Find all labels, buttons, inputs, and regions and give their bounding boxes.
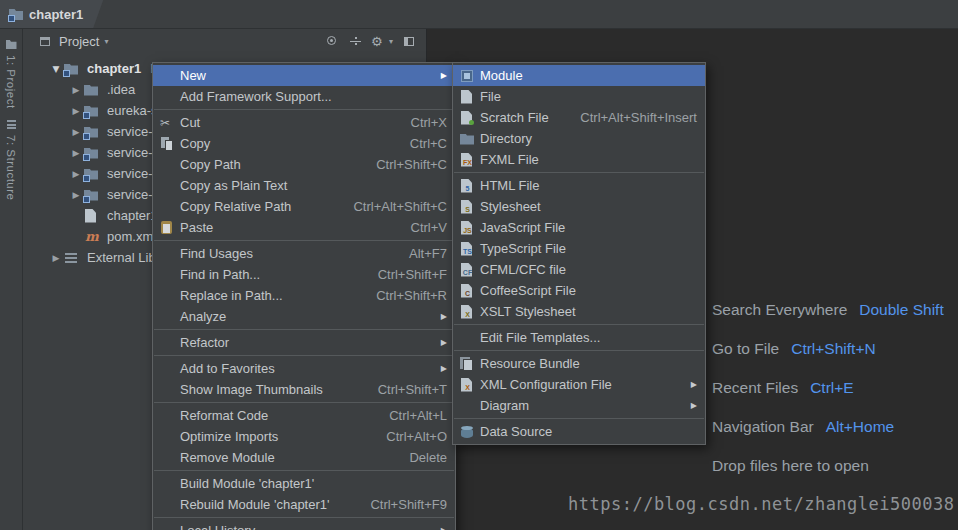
new-submenu: ModuleFileScratch FileCtrl+Alt+Shift+Ins… [452, 62, 706, 445]
menu-item-label: Copy Relative Path [180, 199, 337, 214]
menu-item-label: Show Image Thumbnails [180, 382, 362, 397]
blank-icon [459, 330, 475, 346]
menu-item-label: Rebuild Module 'chapter1' [180, 497, 354, 512]
menu-item-label: New [180, 68, 436, 83]
expand-arrow-icon[interactable]: ▶ [69, 106, 83, 116]
tree-item-label: chapter1 [87, 61, 141, 76]
expand-arrow-icon[interactable]: ▶ [69, 148, 83, 158]
menu-item-optimize-imports[interactable]: Optimize ImportsCtrl+Alt+O [153, 426, 455, 447]
blank-icon [159, 68, 175, 84]
menu-separator [154, 517, 454, 518]
menu-item-label: HTML File [480, 178, 697, 193]
menu-item-paste[interactable]: PasteCtrl+V [153, 217, 455, 238]
expand-arrow-icon[interactable]: ▶ [49, 253, 63, 263]
menu-item-label: Copy Path [180, 157, 360, 172]
menu-item-directory[interactable]: Directory [453, 128, 705, 149]
editor-hint: Recent FilesCtrl+E [712, 379, 944, 403]
tab-chapter1[interactable]: chapter1 [0, 0, 103, 28]
menu-item-label: Data Source [480, 424, 697, 439]
expand-arrow-icon[interactable]: ▶ [69, 190, 83, 200]
menu-item-replace-in-path[interactable]: Replace in Path...Ctrl+Shift+R [153, 285, 455, 306]
menu-separator [154, 470, 454, 471]
menu-item-label: XSLT Stylesheet [480, 304, 697, 319]
menu-item-fxml-file[interactable]: FXML File [453, 149, 705, 170]
paste-icon [159, 220, 175, 236]
menu-item-rebuild-module-chapter1[interactable]: Rebuild Module 'chapter1'Ctrl+Shift+F9 [153, 494, 455, 515]
blank-icon [159, 382, 175, 398]
collapse-arrow-icon[interactable]: ▼ [49, 64, 63, 74]
folder-icon [83, 82, 99, 98]
menu-item-label: Copy as Plain Text [180, 178, 447, 193]
menu-item-stylesheet[interactable]: Stylesheet [453, 196, 705, 217]
menu-item-shortcut: Ctrl+X [411, 115, 447, 130]
submenu-arrow-icon: ▶ [436, 312, 447, 321]
menu-item-cut[interactable]: CutCtrl+X [153, 112, 455, 133]
menu-item-copy-as-plain-text[interactable]: Copy as Plain Text [153, 175, 455, 196]
hide-panel-icon[interactable] [401, 33, 418, 50]
settings-gear-icon[interactable] [370, 33, 387, 50]
menu-item-new[interactable]: New▶ [153, 65, 455, 86]
menu-item-remove-module[interactable]: Remove ModuleDelete [153, 447, 455, 468]
menu-item-find-usages[interactable]: Find UsagesAlt+F7 [153, 243, 455, 264]
menu-separator [154, 402, 454, 403]
chevron-down-icon: ▾ [389, 37, 393, 46]
menu-item-refactor[interactable]: Refactor▶ [153, 332, 455, 353]
collapse-all-icon[interactable] [347, 33, 364, 50]
maven-icon [83, 229, 99, 245]
coffee-icon [459, 283, 475, 299]
locate-file-icon[interactable] [324, 33, 341, 50]
menu-item-reformat-code[interactable]: Reformat CodeCtrl+Alt+L [153, 405, 455, 426]
menu-item-typescript-file[interactable]: TypeScript File [453, 238, 705, 259]
blank-icon [159, 497, 175, 513]
blank-icon [459, 398, 475, 414]
menu-item-add-to-favorites[interactable]: Add to Favorites▶ [153, 358, 455, 379]
menu-item-analyze[interactable]: Analyze▶ [153, 306, 455, 327]
blank-icon [159, 157, 175, 173]
libraries-icon [63, 250, 79, 266]
menu-item-html-file[interactable]: HTML File [453, 175, 705, 196]
submenu-arrow-icon: ▶ [436, 71, 447, 80]
menu-item-resource-bundle[interactable]: Resource Bundle [453, 353, 705, 374]
menu-item-file[interactable]: File [453, 86, 705, 107]
menu-item-shortcut: Ctrl+Shift+C [376, 157, 447, 172]
menu-item-xslt-stylesheet[interactable]: XSLT Stylesheet [453, 301, 705, 322]
menu-item-copy-relative-path[interactable]: Copy Relative PathCtrl+Alt+Shift+C [153, 196, 455, 217]
menu-item-xml-configuration-file[interactable]: XML Configuration File▶ [453, 374, 705, 395]
menu-separator [154, 355, 454, 356]
menu-item-show-image-thumbnails[interactable]: Show Image ThumbnailsCtrl+Shift+T [153, 379, 455, 400]
menu-item-data-source[interactable]: Data Source [453, 421, 705, 442]
menu-item-label: Local History [180, 523, 436, 530]
menu-item-javascript-file[interactable]: JavaScript File [453, 217, 705, 238]
hint-shortcut: Alt+Home [826, 418, 895, 435]
menu-item-label: Refactor [180, 335, 436, 350]
xmlcfg-icon [459, 377, 475, 393]
blank-icon [159, 429, 175, 445]
menu-item-local-history[interactable]: Local History▶ [153, 520, 455, 530]
menu-item-copy[interactable]: CopyCtrl+C [153, 133, 455, 154]
expand-arrow-icon[interactable]: ▶ [69, 169, 83, 179]
menu-item-label: Copy [180, 136, 394, 151]
menu-item-diagram[interactable]: Diagram▶ [453, 395, 705, 416]
tool-button-structure[interactable]: 7: Structure [5, 118, 18, 200]
menu-item-module[interactable]: Module [453, 65, 705, 86]
expand-arrow-icon[interactable]: ▶ [69, 127, 83, 137]
menu-item-build-module-chapter1[interactable]: Build Module 'chapter1' [153, 473, 455, 494]
menu-item-shortcut: Ctrl+Shift+F [378, 267, 447, 282]
menu-item-scratch-file[interactable]: Scratch FileCtrl+Alt+Shift+Insert [453, 107, 705, 128]
menu-item-copy-path[interactable]: Copy PathCtrl+Shift+C [153, 154, 455, 175]
menu-item-edit-file-templates[interactable]: Edit File Templates... [453, 327, 705, 348]
menu-item-label: Module [480, 68, 697, 83]
app-root: chapter1 1: Project 7: Structure Project… [0, 0, 958, 530]
blank-icon [159, 288, 175, 304]
menu-item-cfml-cfc-file[interactable]: CFML/CFC file [453, 259, 705, 280]
menu-item-label: Build Module 'chapter1' [180, 476, 447, 491]
project-tool-icon [5, 38, 18, 51]
menu-item-add-framework-support[interactable]: Add Framework Support... [153, 86, 455, 107]
project-view-title[interactable]: Project [59, 34, 99, 49]
menu-item-find-in-path[interactable]: Find in Path...Ctrl+Shift+F [153, 264, 455, 285]
menu-item-coffeescript-file[interactable]: CoffeeScript File [453, 280, 705, 301]
expand-arrow-icon[interactable]: ▶ [69, 85, 83, 95]
tool-button-project[interactable]: 1: Project [5, 38, 18, 109]
menu-item-label: Remove Module [180, 450, 393, 465]
xslt-icon [459, 304, 475, 320]
